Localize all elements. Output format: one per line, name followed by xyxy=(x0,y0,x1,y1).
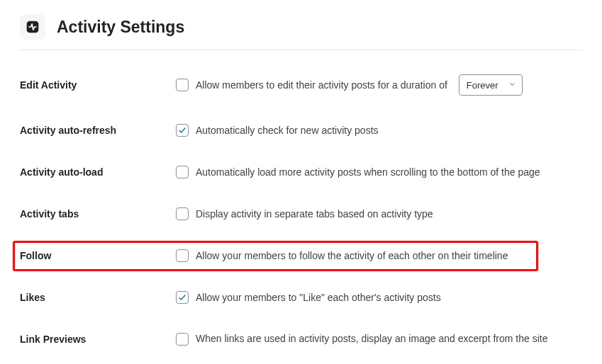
checkbox-auto-refresh[interactable] xyxy=(176,124,189,137)
checkbox-activity-tabs[interactable] xyxy=(176,207,189,220)
setting-desc: Display activity in separate tabs based … xyxy=(196,207,433,221)
duration-select[interactable]: Forever xyxy=(459,74,523,96)
setting-desc: Allow your members to "Like" each other'… xyxy=(196,291,441,305)
divider xyxy=(20,50,582,50)
setting-desc: When links are used in activity posts, d… xyxy=(196,332,547,346)
setting-row-edit-activity: Edit Activity Allow members to edit thei… xyxy=(20,74,582,96)
setting-row-auto-load: Activity auto-load Automatically load mo… xyxy=(20,166,582,179)
chevron-down-icon xyxy=(508,80,516,91)
setting-label: Likes xyxy=(20,292,176,303)
checkbox-link-previews[interactable] xyxy=(176,333,189,346)
page-header: Activity Settings xyxy=(20,14,582,40)
setting-label: Link Previews xyxy=(20,334,176,345)
setting-row-likes: Likes Allow your members to "Like" each … xyxy=(20,291,582,305)
setting-label: Edit Activity xyxy=(20,79,176,91)
setting-row-activity-tabs: Activity tabs Display activity in separa… xyxy=(20,207,582,221)
setting-desc: Allow your members to follow the activit… xyxy=(196,249,508,263)
page-title: Activity Settings xyxy=(57,18,184,37)
checkbox-likes[interactable] xyxy=(176,291,189,304)
setting-desc: Allow members to edit their activity pos… xyxy=(196,79,447,92)
setting-desc: Automatically check for new activity pos… xyxy=(196,124,379,137)
setting-label: Activity tabs xyxy=(20,208,176,220)
checkbox-auto-load[interactable] xyxy=(176,166,189,178)
setting-desc: Automatically load more activity posts w… xyxy=(196,166,540,179)
select-value: Forever xyxy=(467,80,498,91)
setting-row-auto-refresh: Activity auto-refresh Automatically chec… xyxy=(20,124,582,137)
setting-label: Activity auto-refresh xyxy=(20,125,176,136)
checkbox-edit-activity[interactable] xyxy=(176,79,189,91)
setting-row-follow: Follow Allow your members to follow the … xyxy=(20,249,582,263)
activity-icon xyxy=(20,14,45,40)
setting-row-link-previews: Link Previews When links are used in act… xyxy=(20,332,582,346)
checkbox-follow[interactable] xyxy=(176,249,189,262)
setting-label: Follow xyxy=(20,250,176,261)
setting-label: Activity auto-load xyxy=(20,166,176,178)
